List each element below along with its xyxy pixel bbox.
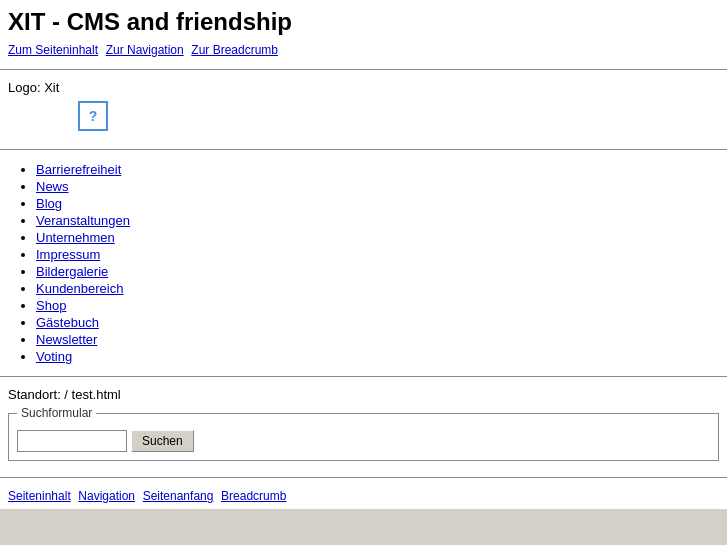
nav-list: Barrierefreiheit News Blog Veranstaltung… [8,162,719,364]
list-item: Unternehmen [36,230,719,245]
skip-to-nav-link[interactable]: Zur Navigation [106,43,184,57]
list-item: Voting [36,349,719,364]
footer-links: Seiteninhalt Navigation Seitenanfang Bre… [0,482,727,509]
list-item: Impressum [36,247,719,262]
nav-link-impressum[interactable]: Impressum [36,247,100,262]
standort-text: Standort: / test.html [8,387,719,402]
nav-link-gaestebuch[interactable]: Gästebuch [36,315,99,330]
nav-section: Barrierefreiheit News Blog Veranstaltung… [0,154,727,372]
list-item: News [36,179,719,194]
nav-link-unternehmen[interactable]: Unternehmen [36,230,115,245]
footer-link-navigation[interactable]: Navigation [78,489,135,503]
search-fieldset: Suchformular Suchen [8,406,719,461]
nav-link-blog[interactable]: Blog [36,196,62,211]
search-button[interactable]: Suchen [131,430,194,452]
nav-link-barrierefreiheit[interactable]: Barrierefreiheit [36,162,121,177]
list-item: Barrierefreiheit [36,162,719,177]
logo-image: ? [78,101,108,131]
footer-link-breadcrumb[interactable]: Breadcrumb [221,489,286,503]
search-legend: Suchformular [17,406,96,420]
logo-section: Logo: Xit ? [0,74,727,145]
nav-link-shop[interactable]: Shop [36,298,66,313]
list-item: Blog [36,196,719,211]
skip-to-breadcrumb-link[interactable]: Zur Breadcrumb [191,43,278,57]
list-item: Gästebuch [36,315,719,330]
footer-divider [0,477,727,478]
page-wrapper: XIT - CMS and friendship Zum Seiteninhal… [0,0,727,509]
footer-link-seitenanfang[interactable]: Seitenanfang [143,489,214,503]
header-divider [0,69,727,70]
page-title: XIT - CMS and friendship [8,8,719,36]
footer-link-seiteninhalt[interactable]: Seiteninhalt [8,489,71,503]
nav-link-kundenbereich[interactable]: Kundenbereich [36,281,123,296]
list-item: Newsletter [36,332,719,347]
logo-icon: ? [89,108,98,124]
nav-link-veranstaltungen[interactable]: Veranstaltungen [36,213,130,228]
list-item: Kundenbereich [36,281,719,296]
search-row: Suchen [17,430,710,452]
nav-divider [0,376,727,377]
nav-link-bildergalerie[interactable]: Bildergalerie [36,264,108,279]
nav-link-newsletter[interactable]: Newsletter [36,332,97,347]
search-input[interactable] [17,430,127,452]
skip-links: Zum Seiteninhalt Zur Navigation Zur Brea… [8,42,719,57]
header-section: XIT - CMS and friendship Zum Seiteninhal… [0,0,727,65]
breadcrumb-section: Standort: / test.html Suchformular Suche… [0,381,727,473]
nav-link-news[interactable]: News [36,179,69,194]
list-item: Shop [36,298,719,313]
list-item: Bildergalerie [36,264,719,279]
list-item: Veranstaltungen [36,213,719,228]
logo-divider [0,149,727,150]
skip-to-content-link[interactable]: Zum Seiteninhalt [8,43,98,57]
nav-link-voting[interactable]: Voting [36,349,72,364]
logo-text: Logo: Xit [8,80,719,95]
